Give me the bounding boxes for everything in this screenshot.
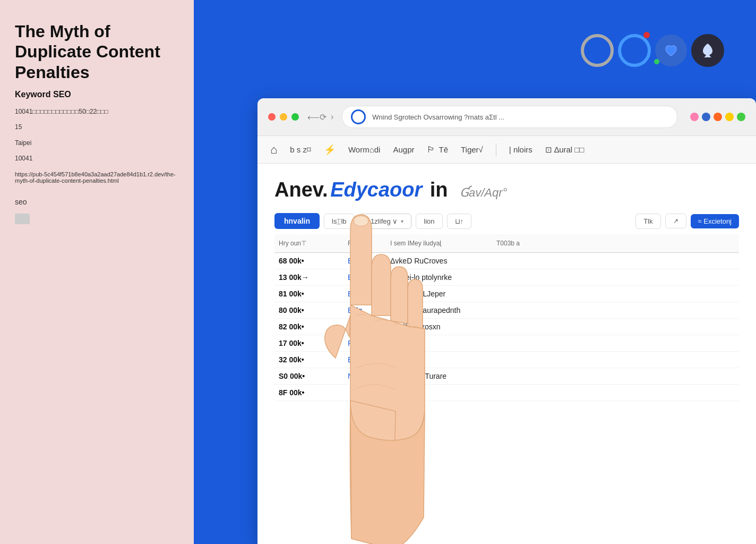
- nav-label-tiger: Tiger√: [461, 145, 483, 154]
- sidebar-meta-line3: Taipei: [15, 138, 179, 148]
- sidebar-subtitle: Keyword SEO: [15, 90, 179, 99]
- headline-part1: Anev.: [274, 178, 328, 201]
- row-label-3: Ponw□_Caurapednth: [386, 303, 492, 317]
- export-arrow-icon: ↗: [673, 217, 678, 225]
- sidebar-url[interactable]: https://pub-5c454f571b8e40a3a2aad27ade84…: [15, 171, 179, 184]
- nav-label-ural: ⊡ ∆ural □□: [545, 145, 585, 155]
- table-body: 68 00k• Eory ΔvkeD RuCroves 13 00k→ Byrx…: [274, 253, 739, 401]
- row-label-7: OhrepemsTurare: [386, 369, 492, 383]
- row-label-2: Cllarsinal LJeper: [386, 287, 492, 301]
- page-subheadline: Ɠav/Aqr°: [460, 186, 507, 199]
- dot-orange[interactable]: [714, 113, 722, 121]
- nav-item-augpr[interactable]: Augpr: [393, 141, 414, 158]
- nav-forward-icon[interactable]: ›: [331, 112, 333, 122]
- lightning-icon: ⚡: [324, 144, 336, 156]
- table-row[interactable]: 8F 00k•: [274, 385, 739, 401]
- main-area: ⟵⟳ › Wnind Sgrotech Ovsarrowing ?rnats a…: [194, 0, 756, 544]
- row-num-5: 17 00k•: [274, 336, 343, 350]
- toolbar-col4-label: ⊔↑: [455, 217, 464, 225]
- nav-divider: [496, 143, 496, 156]
- icon-heart-wrapper: [655, 35, 687, 66]
- dot-green[interactable]: [737, 113, 745, 121]
- toolbar-col-5[interactable]: Tlk: [635, 214, 660, 229]
- toolbar-col-4[interactable]: ⊔↑: [447, 214, 472, 229]
- page-title: The Myth of Duplicate Content Penalties: [15, 21, 179, 82]
- row-num-7: S0 00k•: [274, 369, 343, 383]
- browser-nav-controls[interactable]: ⟵⟳ ›: [307, 112, 333, 122]
- nav-item-nloirs[interactable]: | nloirs: [509, 141, 532, 158]
- nav-label-nloirs: | nloirs: [509, 145, 532, 154]
- icon-blue-ring-wrapper: [618, 34, 651, 67]
- nav-item-ural[interactable]: ⊡ ∆ural □□: [545, 141, 585, 159]
- address-circle-icon: [351, 109, 366, 124]
- dot-yellow[interactable]: [725, 113, 734, 121]
- row-num-0: 68 00k•: [274, 254, 343, 268]
- nav-item-worm[interactable]: Worm⌂di: [348, 141, 380, 158]
- traffic-light-yellow[interactable]: [280, 113, 287, 121]
- nav-item-tiger[interactable]: Tiger√: [461, 141, 483, 158]
- blue-ring-icon: [618, 34, 651, 67]
- row-code-1: Byrx: [343, 270, 386, 284]
- toolbar-btn-1[interactable]: hnvalin: [274, 213, 320, 229]
- row-code-3: Bylg: [343, 303, 386, 317]
- table-header-col3: I sem IMey iludya⌊: [386, 236, 492, 250]
- table-row[interactable]: S0 00k• Nillv OhrepemsTurare: [274, 368, 739, 385]
- table-header-col1: Hry oun⊤: [274, 236, 343, 250]
- nav-label-te: Tē: [439, 145, 448, 154]
- traffic-light-red[interactable]: [268, 113, 276, 121]
- table-row[interactable]: 82 00k• Bury Ɛhalfowigrosxn: [274, 319, 739, 335]
- toolbar-filter-dropdown[interactable]: ~1zlifeg ∨ ▾: [359, 214, 412, 229]
- sidebar-meta-line1: 10041□□□□□□□□□□□□50□22□□□: [15, 107, 179, 117]
- icon-gray-ring-wrapper: [581, 34, 614, 67]
- row-code-6: Bory: [343, 353, 386, 367]
- toolbar-col5-label: Tlk: [643, 217, 652, 225]
- headline-part3: in: [430, 178, 448, 201]
- nav-item-te[interactable]: 🏳 Tē: [427, 141, 448, 159]
- toolbar-col-1[interactable]: ls⌶lb: [324, 214, 355, 229]
- sidebar-icon-block: [15, 214, 30, 224]
- table-row[interactable]: 32 00k• Bory Eowerave: [274, 352, 739, 368]
- nav-item-2[interactable]: ⚡: [324, 140, 336, 160]
- nav-back-icon[interactable]: ⟵⟳: [307, 112, 327, 122]
- row-label-1: Clgnei-lo ptolynrke: [386, 270, 492, 284]
- nav-label-worm: Worm⌂di: [348, 145, 380, 154]
- toolbar-row: hnvalin ls⌶lb ~1zlifeg ∨ ▾ lion ⊔↑ Tlk: [274, 210, 739, 234]
- dark-spade-icon: [691, 34, 724, 67]
- row-label-4: Ɛhalfowigrosxn: [386, 320, 492, 334]
- table-row[interactable]: 68 00k• Eory ΔvkeD RuCroves: [274, 253, 739, 269]
- dot-pink[interactable]: [690, 113, 699, 121]
- address-bar[interactable]: Wnind Sgrotech Ovsarrowing ?rnats aΣtl .…: [342, 106, 677, 128]
- nav-item-home[interactable]: ⌂: [270, 139, 277, 161]
- row-num-1: 13 00k→: [274, 270, 343, 284]
- row-label-6: Eowerave: [386, 353, 492, 367]
- home-icon: ⌂: [270, 143, 277, 157]
- sidebar-tag: seo: [15, 198, 179, 206]
- table-header-col4: T003b a: [492, 236, 545, 250]
- excietion-button[interactable]: ≈ Excietonj: [691, 214, 740, 228]
- toolbar-export-btn[interactable]: ↗: [665, 214, 686, 228]
- traffic-lights: [268, 113, 299, 121]
- browser-window: ⟵⟳ › Wnind Sgrotech Ovsarrowing ?rnats a…: [257, 98, 756, 544]
- nav-label-1: b s z⌑: [290, 145, 311, 155]
- table-row[interactable]: 17 00k• Rylg Dalywo: [274, 335, 739, 352]
- browser-icons-row: [581, 34, 724, 67]
- sidebar-meta-line2: 15: [15, 122, 179, 132]
- toolbar-col2-label: ~1zlifeg ∨: [367, 217, 398, 225]
- dot-blue-dark[interactable]: [702, 113, 710, 121]
- tab-dots-row: [690, 113, 745, 121]
- table-row[interactable]: 81 00k• Egry Cllarsinal LJeper: [274, 286, 739, 302]
- address-text: Wnind Sgrotech Ovsarrowing ?rnats aΣtl .…: [372, 113, 668, 121]
- f-icon: 🏳: [427, 145, 435, 155]
- nav-item-1[interactable]: b s z⌑: [290, 141, 311, 159]
- headline-part2: Edycaoor: [330, 178, 422, 201]
- row-code-5: Rylg: [343, 336, 386, 350]
- heart-icon: [655, 35, 687, 66]
- traffic-light-green[interactable]: [291, 113, 299, 121]
- row-label-5: Dalywo: [386, 336, 492, 350]
- browser-navbar: ⌂ b s z⌑ ⚡ Worm⌂di Augpr 🏳 Tē Tiger√: [257, 136, 756, 164]
- toolbar-col-3[interactable]: lion: [416, 214, 442, 229]
- browser-content: Anev. Edycaoor in Ɠav/Aqr° hnvalin ls⌶lb…: [257, 164, 756, 544]
- table-row[interactable]: 80 00k• Bylg Ponw□_Caurapednth: [274, 302, 739, 319]
- sidebar-meta-line4: 10041: [15, 154, 179, 164]
- table-row[interactable]: 13 00k→ Byrx Clgnei-lo ptolynrke: [274, 269, 739, 286]
